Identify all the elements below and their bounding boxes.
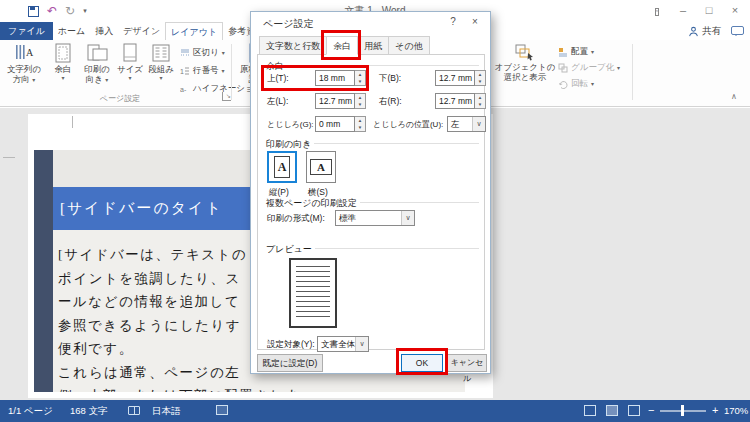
spin-down-icon[interactable]: ▼ [355, 124, 365, 131]
apply-to-label: 設定対象(Y): [267, 339, 315, 351]
dialog-tab-chars-lines[interactable]: 文字数と行数 [259, 36, 327, 55]
margin-right-spinner[interactable]: ▲ ▼ [475, 93, 486, 109]
print-format-select[interactable]: 標準 ∨ [335, 210, 415, 226]
margin-left-input[interactable]: 12.7 mm [315, 93, 355, 109]
margin-top-input[interactable]: 18 mm [315, 70, 355, 86]
cancel-button[interactable]: キャンセル [447, 354, 487, 372]
close-button[interactable]: × [722, 0, 748, 20]
margin-top-spinner[interactable]: ▲ ▼ [355, 70, 366, 86]
tab-file[interactable]: ファイル [0, 22, 53, 40]
page-setup-dialog-launcher-icon[interactable]: ↘ [222, 92, 231, 101]
minimize-button[interactable]: – [670, 0, 696, 20]
zoom-percentage[interactable]: 170% [724, 405, 748, 416]
margins-icon [54, 43, 72, 63]
apply-to-select[interactable]: 文書全体 ∨ [317, 336, 369, 352]
spin-down-icon[interactable]: ▼ [475, 101, 485, 108]
portrait-page-icon: A [274, 156, 290, 178]
tab-home[interactable]: ホーム [53, 22, 90, 40]
gutter-position-select[interactable]: 左 ∨ [447, 116, 486, 132]
landscape-page-icon: A [310, 159, 332, 175]
columns-icon [151, 43, 171, 63]
restore-button[interactable]: □ [696, 0, 722, 20]
spin-up-icon[interactable]: ▲ [355, 94, 365, 101]
dialog-tab-margins[interactable]: 余白 [326, 36, 358, 55]
undo-icon[interactable]: ↶ [47, 5, 57, 17]
tab-design[interactable]: デザイン [118, 22, 165, 40]
combo-arrow-icon[interactable]: ∨ [355, 337, 368, 351]
size-label: サイズ [117, 65, 143, 75]
gutter-input[interactable]: 0 mm [315, 116, 355, 132]
selection-pane-button[interactable]: オブジェクトの 選択と表示 [497, 43, 553, 101]
text-boundary-mark [3, 157, 15, 158]
language-indicator[interactable]: 日本語 [152, 405, 181, 418]
ribbon-display-options-icon[interactable]: ^ [644, 0, 670, 20]
combo-arrow-icon[interactable]: ∨ [472, 117, 485, 131]
dropdown-caret-icon: ▾ [61, 75, 64, 81]
spin-down-icon[interactable]: ▼ [355, 78, 365, 85]
share-button[interactable]: 共有 [688, 25, 721, 38]
align-label: 配置 [571, 46, 588, 58]
gutter-spinner[interactable]: ▲ ▼ [355, 116, 366, 132]
collapse-ribbon-icon[interactable]: ∧ [731, 92, 737, 101]
orientation-icon [86, 43, 108, 63]
share-label: 共有 [702, 25, 721, 38]
dialog-title: ページ設定 [263, 17, 313, 31]
spin-down-icon[interactable]: ▼ [475, 78, 485, 85]
dialog-tab-paper[interactable]: 用紙 [357, 36, 389, 55]
rotate-button[interactable]: 回転 ▾ [558, 78, 594, 90]
spin-up-icon[interactable]: ▲ [355, 71, 365, 78]
dropdown-caret-icon: ▾ [159, 75, 162, 81]
customize-qat-icon[interactable]: ▾ [83, 7, 87, 15]
pages-section-label: 複数ページの印刷設定 [263, 197, 360, 210]
margin-bottom-spinner[interactable]: ▲ ▼ [475, 70, 486, 86]
set-as-default-button[interactable]: 既定に設定(D) [257, 354, 323, 372]
read-mode-view-icon[interactable] [584, 405, 596, 416]
align-button[interactable]: 配置 ▾ [558, 46, 594, 58]
tab-insert[interactable]: 挿入 [90, 22, 118, 40]
dialog-help-button[interactable]: ? [442, 13, 464, 31]
proofing-icon[interactable] [128, 406, 140, 415]
dropdown-caret-icon: ▾ [105, 77, 108, 83]
zoom-slider-thumb[interactable] [681, 405, 684, 416]
page-number-indicator[interactable]: 1/1 ページ [8, 405, 53, 418]
print-layout-view-icon[interactable] [606, 405, 618, 416]
orientation-label2: 向き [86, 74, 103, 84]
tab-layout[interactable]: レイアウト [165, 22, 223, 40]
landscape-option[interactable]: A [306, 151, 336, 183]
breaks-button[interactable]: 区切り ▾ [180, 47, 225, 59]
hyphenation-icon: a- [180, 84, 190, 94]
group-objects-button[interactable]: グループ化 ▾ [558, 62, 620, 74]
portrait-option[interactable]: A [267, 151, 297, 183]
spin-up-icon[interactable]: ▲ [475, 71, 485, 78]
dialog-tab-other[interactable]: その他 [388, 36, 429, 55]
save-icon[interactable] [28, 6, 39, 17]
line-numbers-label: 行番号 [193, 65, 219, 77]
spin-up-icon[interactable]: ▲ [475, 94, 485, 101]
comments-icon[interactable] [731, 26, 744, 35]
combo-arrow-icon[interactable]: ∨ [401, 211, 414, 225]
spin-down-icon[interactable]: ▼ [355, 101, 365, 108]
dialog-close-button[interactable]: × [464, 13, 486, 31]
web-layout-view-icon[interactable] [628, 405, 640, 416]
print-format-value: 標準 [339, 213, 356, 223]
zoom-in-button[interactable]: + [712, 404, 718, 416]
svg-text:A: A [26, 47, 34, 58]
svg-text:1: 1 [180, 68, 184, 75]
redo-icon[interactable]: ↻ [65, 5, 75, 17]
margin-right-input[interactable]: 12.7 mm [435, 93, 475, 109]
margin-left-spinner[interactable]: ▲ ▼ [355, 93, 366, 109]
margin-bottom-input[interactable]: 12.7 mm [435, 70, 475, 86]
section-divider [263, 65, 479, 66]
zoom-out-button[interactable]: − [648, 404, 654, 416]
spin-up-icon[interactable]: ▲ [355, 117, 365, 124]
ok-button[interactable]: OK [401, 354, 443, 372]
word-window: ↶ ↻ ▾ 文書 1 - Word ^ – □ × ファイル ホーム 挿入 デザ… [0, 0, 750, 422]
preview-text-lines [296, 266, 330, 320]
word-count-indicator[interactable]: 168 文字 [70, 405, 108, 418]
align-icon [558, 47, 568, 57]
text-direction-button[interactable]: A 文字列の 方向 ▾ [2, 43, 46, 101]
dropdown-caret-icon: ▾ [617, 65, 620, 71]
selection-pane-label2: 選択と表示 [504, 73, 547, 83]
ime-status-icon[interactable] [216, 405, 228, 415]
line-numbers-button[interactable]: 1 行番号 ▾ [180, 65, 225, 77]
